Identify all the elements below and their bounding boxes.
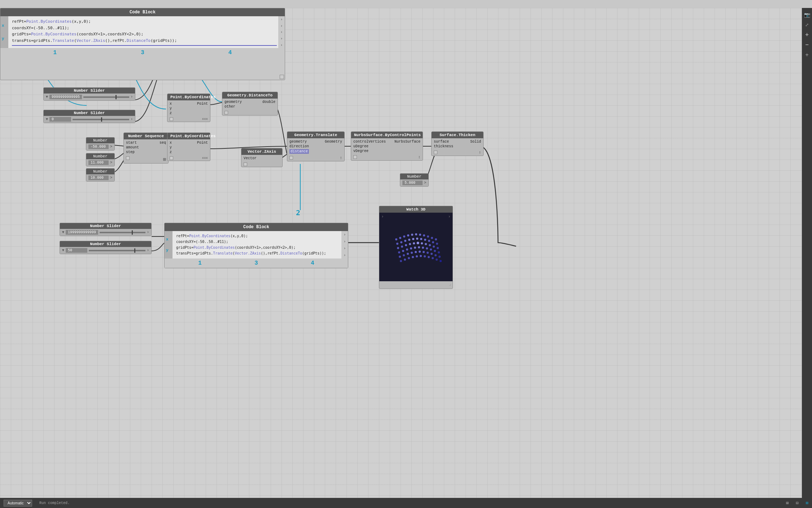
svg-point-27	[413, 242, 415, 244]
slider-3-caret[interactable]: ▼	[62, 230, 64, 234]
code-line-4: transPts=gridPts.Translate(Vector.ZAxis(…	[12, 38, 277, 44]
pbc1-check[interactable]	[170, 117, 173, 121]
vza-check[interactable]	[244, 162, 247, 166]
bottom-right-icon-3[interactable]: ⊠	[806, 500, 808, 506]
run-mode-container: Automatic	[4, 500, 32, 507]
gdt-other: other	[224, 105, 235, 109]
slider-1-caret[interactable]: ▼	[46, 95, 48, 99]
svg-point-8	[423, 234, 425, 236]
svg-point-66	[440, 260, 442, 262]
out-arrow-5[interactable]: ›	[280, 42, 283, 48]
gdt-out: double	[262, 100, 275, 104]
st-out: Solid	[470, 140, 481, 144]
pbc1-header: Point.ByCoordinates	[167, 94, 210, 100]
number-node-minus50: Number -50.000 >	[86, 137, 115, 151]
gt-header: Geometry.Translate	[287, 132, 344, 138]
out-bot-arrow-2[interactable]: ›	[344, 238, 346, 245]
svg-point-18	[420, 238, 422, 240]
watch3d-resize[interactable]: ⌟	[449, 282, 451, 286]
run-mode-select[interactable]: Automatic	[4, 500, 32, 507]
resize-handle-top[interactable]	[280, 75, 284, 79]
ns2-expand[interactable]: !	[418, 155, 420, 160]
svg-point-24	[401, 246, 403, 248]
zoom-out-icon[interactable]: −	[803, 41, 811, 49]
num5-header: Number	[400, 174, 428, 179]
svg-point-59	[412, 256, 414, 258]
bottom-code-label-3: 3	[254, 260, 258, 266]
slider-4-track[interactable]	[89, 250, 145, 251]
ns-port-seq: seq	[160, 141, 166, 145]
ns-checkbox[interactable]	[126, 156, 130, 160]
out-bot-arrow-4[interactable]: ›	[344, 252, 346, 259]
num5-arrow[interactable]: >	[424, 181, 426, 185]
svg-point-60	[416, 255, 418, 257]
code-block-top-header: Code Block	[0, 8, 285, 16]
code-block-bottom: Code Block x y refPt=Point.ByCoordinates…	[164, 223, 348, 268]
vza-header: Vector.ZAxis	[241, 148, 282, 155]
slider-4-arrow[interactable]: ›	[147, 248, 149, 252]
svg-point-16	[412, 238, 414, 240]
out-bot-arrow-1[interactable]: ›	[344, 231, 346, 238]
svg-point-41	[426, 247, 428, 249]
svg-point-65	[436, 259, 438, 261]
slider-4-header: Number Slider	[60, 241, 151, 247]
bottom-label-4-top: 4	[228, 49, 232, 56]
pbc2-check[interactable]	[170, 156, 173, 160]
pbc1-out: Point	[197, 102, 208, 106]
gdt-check[interactable]	[224, 111, 228, 114]
slider-2-caret[interactable]: ▼	[46, 117, 48, 121]
svg-point-40	[422, 247, 424, 249]
svg-point-11	[435, 238, 437, 240]
expand-icon[interactable]: ⤢	[803, 21, 811, 29]
slider-3-arrow[interactable]: ›	[147, 230, 149, 234]
canvas[interactable]: Code Block x y refPt=Point.ByCoordinates…	[0, 8, 812, 508]
number-11-arrow[interactable]: >	[110, 161, 112, 165]
svg-point-42	[430, 248, 432, 251]
pbc1-y: y	[170, 107, 172, 110]
out-arrow-3[interactable]: ›	[280, 29, 283, 35]
number-minus50-arrow[interactable]: >	[110, 145, 112, 149]
svg-point-12	[396, 243, 398, 245]
st-expand[interactable]: !	[479, 151, 481, 155]
fit-icon[interactable]: +	[803, 51, 811, 59]
right-toolbar: 📷 ⤢ + − +	[802, 8, 812, 508]
number-10-header: Number	[86, 169, 114, 174]
number-10-arrow[interactable]: >	[110, 176, 112, 180]
ns-expand[interactable]: ⊞	[163, 156, 166, 162]
svg-point-55	[438, 256, 441, 258]
geometry-distanceto-node: Geometry.DistanceTo geometry double othe…	[222, 92, 278, 116]
svg-point-31	[429, 244, 431, 246]
pbc1-x: x	[170, 102, 172, 106]
slider-2-value: 0	[49, 117, 71, 122]
st-check[interactable]	[434, 151, 437, 154]
pbc1-xxx[interactable]: xxx	[202, 117, 208, 121]
code-block-top-input-x: x	[2, 23, 7, 28]
number-slider-3: Number Slider ▼ i999999999999 ›	[60, 223, 152, 236]
gt-check[interactable]	[289, 156, 293, 160]
svg-point-56	[400, 260, 402, 262]
slider-1-arrow[interactable]: ›	[131, 95, 133, 99]
svg-point-32	[433, 246, 435, 248]
out-arrow-4[interactable]: ›	[280, 35, 283, 42]
zoom-in-icon[interactable]: +	[803, 31, 811, 39]
out-arrow-1[interactable]: ›	[280, 16, 283, 23]
out-arrow-2[interactable]: ›	[280, 23, 283, 29]
slider-3-track[interactable]	[100, 232, 145, 233]
code-line-1: refPt=Point.ByCoordinates(x,y,0);	[12, 18, 277, 25]
bottom-right-icon-2[interactable]: ⊟	[796, 500, 799, 506]
ns2-check[interactable]	[353, 155, 357, 159]
slider-2-track[interactable]	[73, 119, 129, 120]
camera-icon[interactable]: 📷	[803, 11, 811, 19]
st-thickness: thickness	[434, 144, 453, 148]
slider-2-arrow[interactable]: ›	[131, 117, 133, 121]
ns-port-step: step	[126, 150, 135, 154]
pbc2-xxx[interactable]: xxx	[202, 156, 208, 160]
number-node-11: Number 11.000 >	[86, 153, 115, 166]
out-bot-arrow-3[interactable]: ›	[344, 245, 346, 252]
ns2-vdeg: vDegree	[353, 149, 368, 153]
slider-1-track[interactable]	[83, 96, 129, 98]
bottom-right-icon-1[interactable]: ⊞	[786, 500, 789, 506]
gt-expand[interactable]: !	[340, 156, 342, 160]
slider-4-caret[interactable]: ▼	[62, 248, 64, 252]
svg-point-37	[410, 247, 412, 249]
